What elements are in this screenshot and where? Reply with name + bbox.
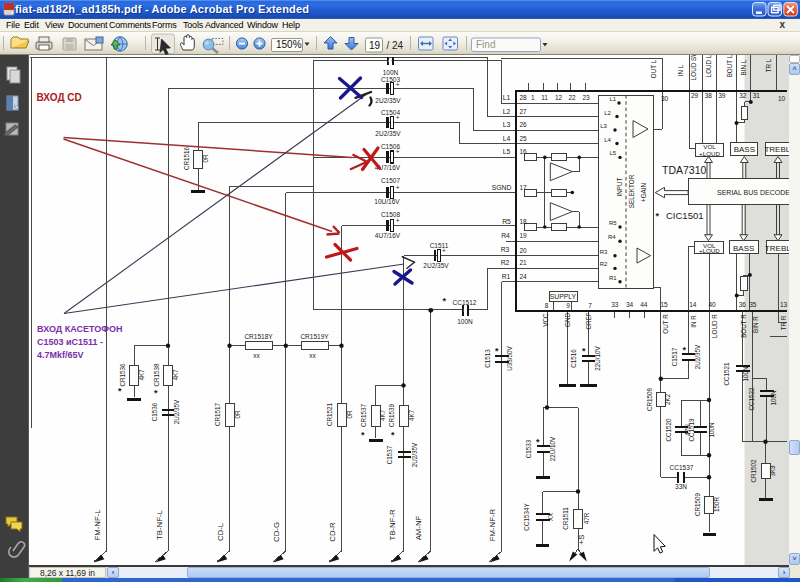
svg-text:23: 23 xyxy=(582,94,590,101)
svg-text:FM-NF-L: FM-NF-L xyxy=(93,509,102,541)
svg-text:11: 11 xyxy=(541,94,548,101)
svg-text:SERIAL BUS DECODER: SERIAL BUS DECODER xyxy=(717,189,789,196)
svg-text:2U2/35V: 2U2/35V xyxy=(173,399,180,424)
svg-text:L4: L4 xyxy=(503,135,511,142)
svg-text:CR1519Y: CR1519Y xyxy=(300,333,329,340)
svg-text:CC1537: CC1537 xyxy=(670,464,694,471)
svg-text:38: 38 xyxy=(705,92,713,99)
svg-text:CR1537: CR1537 xyxy=(360,403,367,427)
svg-text:33N: 33N xyxy=(675,483,687,490)
svg-text:R1: R1 xyxy=(609,275,617,281)
svg-text:C1507: C1507 xyxy=(381,177,401,184)
svg-text:17: 17 xyxy=(520,184,528,191)
svg-text:C1536: C1536 xyxy=(151,402,158,421)
svg-text:24: 24 xyxy=(520,273,528,280)
svg-text:BASS: BASS xyxy=(733,244,754,253)
svg-text:33: 33 xyxy=(611,301,619,308)
svg-text:CR1539: CR1539 xyxy=(388,403,395,427)
svg-text:10: 10 xyxy=(778,95,786,102)
svg-text:CR1508: CR1508 xyxy=(646,387,653,411)
svg-text:CC1520: CC1520 xyxy=(665,418,672,442)
svg-text:L3: L3 xyxy=(503,121,511,128)
svg-text:22U/10V: 22U/10V xyxy=(594,345,601,370)
svg-text:40: 40 xyxy=(708,301,716,308)
svg-text:R3: R3 xyxy=(600,249,608,255)
svg-text:TDA7310: TDA7310 xyxy=(662,164,707,176)
svg-text:2U2/35V: 2U2/35V xyxy=(694,344,701,369)
svg-text:*: * xyxy=(154,388,158,398)
svg-text:21: 21 xyxy=(520,259,528,266)
svg-text:CREF: CREF xyxy=(585,312,592,329)
svg-text:2K2: 2K2 xyxy=(664,393,671,405)
svg-text:CD-R: CD-R xyxy=(328,522,337,542)
svg-text:L3: L3 xyxy=(600,123,607,129)
svg-text:R1: R1 xyxy=(502,273,511,280)
svg-text:C1533: C1533 xyxy=(525,439,532,458)
svg-text:39: 39 xyxy=(718,92,726,99)
svg-text:4K7: 4K7 xyxy=(408,409,415,421)
svg-text:U33/50V: U33/50V xyxy=(506,345,513,370)
svg-text:С1503 иС1511 -: С1503 иС1511 - xyxy=(37,337,103,347)
svg-text:*: * xyxy=(683,345,687,355)
svg-text:Find: Find xyxy=(476,39,495,50)
svg-text:XX: XX xyxy=(547,512,554,521)
svg-text:CR1517: CR1517 xyxy=(214,402,221,426)
svg-text:CR1511: CR1511 xyxy=(562,507,569,530)
svg-text:CR1502: CR1502 xyxy=(750,459,757,483)
svg-text:BOUT L: BOUT L xyxy=(726,55,733,77)
svg-text:CD-L: CD-L xyxy=(216,522,225,541)
svg-text:26: 26 xyxy=(520,121,528,128)
svg-text:4.7Mkf/65V: 4.7Mkf/65V xyxy=(37,350,84,360)
svg-text:+: + xyxy=(396,184,400,191)
svg-text:R5: R5 xyxy=(609,220,617,226)
svg-text:TREBLE: TREBLE xyxy=(765,244,789,253)
svg-text:*: * xyxy=(656,211,660,221)
svg-text:CC1521: CC1521 xyxy=(723,362,730,386)
svg-text:IN R: IN R xyxy=(690,315,697,328)
svg-text:L4: L4 xyxy=(604,137,611,143)
svg-text:+: + xyxy=(442,247,446,254)
svg-text:R4: R4 xyxy=(501,232,510,239)
svg-text:CC1522: CC1522 xyxy=(748,387,755,411)
svg-text:+S: +S xyxy=(577,535,586,545)
svg-text:CD-G: CD-G xyxy=(272,522,281,542)
svg-text:/ 24: / 24 xyxy=(387,40,404,51)
svg-text:30: 30 xyxy=(661,95,669,102)
svg-text:0R: 0R xyxy=(346,410,353,419)
svg-text:AM-NF: AM-NF xyxy=(414,515,423,540)
svg-text:L1: L1 xyxy=(503,94,511,101)
svg-text:22: 22 xyxy=(568,94,576,101)
svg-text:INPUT: INPUT xyxy=(616,177,623,196)
svg-text:4K7: 4K7 xyxy=(172,369,179,381)
svg-text:3K9: 3K9 xyxy=(769,465,776,477)
svg-text:44: 44 xyxy=(640,301,648,308)
svg-text:C1517: C1517 xyxy=(671,347,678,366)
svg-text:19: 19 xyxy=(520,232,528,239)
svg-text:IN L: IN L xyxy=(677,64,684,76)
svg-text:ВХОД КАСЕТОФОН: ВХОД КАСЕТОФОН xyxy=(37,324,122,334)
svg-text:2U2/35V: 2U2/35V xyxy=(375,130,401,137)
svg-text:+LOUD: +LOUD xyxy=(699,247,720,254)
svg-text:xx: xx xyxy=(309,352,316,359)
svg-text:ВХОД CD: ВХОД CD xyxy=(37,92,82,103)
svg-text:TR R: TR R xyxy=(780,315,787,330)
svg-text:CR1516: CR1516 xyxy=(183,146,190,170)
svg-text:C1516: C1516 xyxy=(570,349,577,368)
svg-text:VCC: VCC xyxy=(542,313,549,327)
svg-text:16: 16 xyxy=(520,148,528,155)
svg-text:20: 20 xyxy=(520,247,528,254)
svg-text:L1: L1 xyxy=(609,96,616,102)
svg-text:34: 34 xyxy=(626,301,634,308)
svg-text:R3: R3 xyxy=(501,246,510,253)
svg-text:BIN L: BIN L xyxy=(740,59,747,75)
svg-text:GND: GND xyxy=(564,313,571,327)
svg-text:100N: 100N xyxy=(742,366,749,382)
svg-text:32: 32 xyxy=(739,92,747,99)
svg-text:BIN R: BIN R xyxy=(752,316,759,333)
svg-text:+: + xyxy=(396,114,400,121)
svg-text:35: 35 xyxy=(749,301,757,308)
svg-text:R2: R2 xyxy=(501,259,510,266)
svg-text:*: * xyxy=(582,346,586,356)
svg-text:*: * xyxy=(536,437,540,447)
svg-text:10U/16V: 10U/16V xyxy=(374,198,400,205)
